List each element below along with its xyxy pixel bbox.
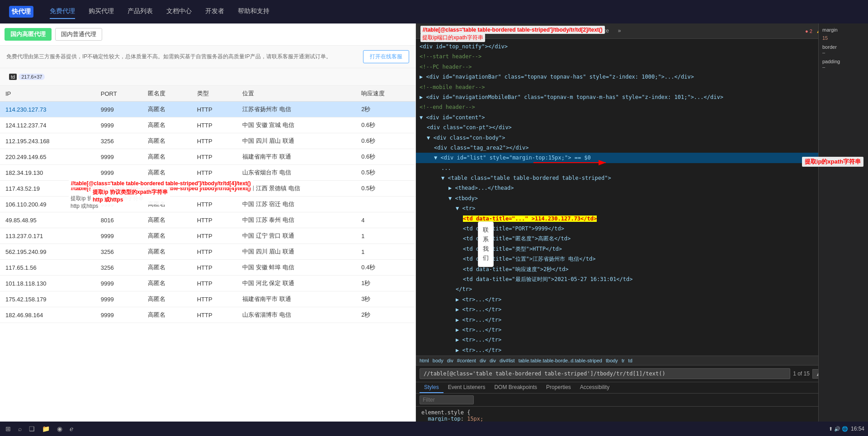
ie-icon[interactable]: ℯ xyxy=(68,424,75,433)
nav-link-products[interactable]: 产品列表 xyxy=(127,5,153,19)
size-badge: 217.6×37 xyxy=(19,74,45,80)
dom-line[interactable]: ... xyxy=(416,163,868,173)
table-cell: 0.6秒 xyxy=(356,133,415,149)
table-cell: 福建省南平市 联通 xyxy=(237,291,356,307)
breadcrumb-item[interactable]: div#list xyxy=(500,358,515,363)
logo-icon: 快代理 xyxy=(9,6,33,18)
styles-tab-props[interactable]: Properties xyxy=(542,382,576,393)
border-value: – xyxy=(822,50,864,55)
dom-line[interactable]: ▼ <div class="con-body"> xyxy=(416,133,868,143)
search-input[interactable] xyxy=(420,368,790,379)
table-cell: 3256 xyxy=(95,244,142,260)
inspect-icon[interactable]: ⬚ xyxy=(420,27,429,36)
proxy-tab-plain[interactable]: 国内普通代理 xyxy=(55,28,102,41)
dom-line[interactable]: ▶ <div id="navigationMobileBar" class="t… xyxy=(416,92,868,102)
device-icon[interactable]: 📱 xyxy=(432,27,443,36)
breadcrumb-item[interactable]: #content xyxy=(457,358,476,363)
breadcrumb-item[interactable]: td xyxy=(628,358,632,363)
styles-tab-styles[interactable]: Styles xyxy=(420,382,443,393)
tab-sources[interactable]: Sources xyxy=(511,26,542,37)
nav-link-free[interactable]: 免费代理 xyxy=(50,5,75,19)
dom-line[interactable]: ▶ <tr>...</tr> xyxy=(416,345,868,355)
ip-cell: 124.112.237.74 xyxy=(0,117,95,133)
dom-line[interactable]: ▶ <tr>...</tr> xyxy=(416,335,868,345)
dom-tree[interactable]: <div id="top_notify"></div><!--start hea… xyxy=(416,39,868,356)
table-cell: 0.5秒 xyxy=(356,181,415,197)
open-chat-button[interactable]: 打开在线客服 xyxy=(363,50,409,63)
tab-network[interactable]: Network xyxy=(542,26,572,37)
task-view-icon[interactable]: ❑ xyxy=(27,424,37,433)
breadcrumb-bar: html body div #content div div div#list … xyxy=(416,356,868,365)
dom-line[interactable]: ▶ <tr>...</tr> xyxy=(416,315,868,325)
dom-line[interactable]: ▼ <div id="content"> xyxy=(416,113,868,122)
breadcrumb-item[interactable]: table.table.table-borde..d.table-striped xyxy=(519,358,602,363)
table-row: 106.110.200.499999高匿名HTTP中国 江苏 宿迁 电信 xyxy=(0,197,415,212)
dom-line[interactable]: ▶ <div id="navigationBar" class="topnav … xyxy=(416,72,868,82)
nav-link-dev[interactable]: 开发者 xyxy=(205,5,224,19)
styles-tab-event[interactable]: Event Listeners xyxy=(443,382,490,393)
tab-elements[interactable]: Elements xyxy=(447,26,480,37)
dom-line[interactable]: ▶ <thead>...</thead> xyxy=(416,183,868,193)
ip-cell: 106.110.200.49 xyxy=(0,197,95,212)
table-cell: 3秒 xyxy=(356,291,415,307)
breadcrumb-item[interactable]: div xyxy=(480,358,486,363)
dom-line[interactable]: <!--start header--> xyxy=(416,52,868,61)
start-icon[interactable]: ⊞ xyxy=(4,424,13,433)
dom-line[interactable]: </tr> xyxy=(416,284,868,294)
ip-cell: 117.43.52.19 xyxy=(0,181,95,197)
col-type: 类型 xyxy=(192,86,237,102)
dom-line[interactable]: ▶ <tr>...</tr> xyxy=(416,295,868,305)
taskbar: ⊞ ⌕ ❑ 📁 ◉ ℯ ⬆ 🔊 🌐 16:54 xyxy=(0,422,868,436)
top-nav: 快代理 免费代理 购买代理 产品列表 文档中心 开发者 帮助和支持 xyxy=(0,0,868,23)
breadcrumb-item[interactable]: html xyxy=(420,358,429,363)
table-cell: 高匿名 xyxy=(142,165,192,181)
filter-input[interactable] xyxy=(420,395,474,404)
dom-line[interactable]: ▶ <tr>...</tr> xyxy=(416,325,868,335)
nav-link-help[interactable]: 帮助和支持 xyxy=(238,5,269,19)
ip-cell: 112.195.243.168 xyxy=(0,133,95,149)
dom-line[interactable]: ▼ <table class="table table-bordered tab… xyxy=(416,173,868,183)
table-cell: HTTP xyxy=(192,117,237,133)
breadcrumb-item[interactable]: div xyxy=(490,358,496,363)
col-location: 位置 xyxy=(237,86,356,102)
padding-value: – xyxy=(822,64,864,70)
dom-line[interactable]: <!--mobile header--> xyxy=(416,82,868,92)
dom-line[interactable]: <div class="con-pt"></div> xyxy=(416,122,868,132)
devtools-more[interactable]: » xyxy=(614,26,625,37)
nav-link-docs[interactable]: 文档中心 xyxy=(166,5,192,19)
breadcrumb-item[interactable]: body xyxy=(433,358,443,363)
dom-line[interactable]: <div id="top_notify"></div> xyxy=(416,42,868,52)
breadcrumb-item[interactable]: div xyxy=(447,358,453,363)
table-cell: 中国 四川 眉山 联通 xyxy=(237,133,356,149)
dom-line[interactable]: <!--end header--> xyxy=(416,102,868,112)
styles-tab-access[interactable]: Accessibility xyxy=(576,382,614,393)
tab-console[interactable]: Console xyxy=(480,26,511,37)
dom-line[interactable]: ▼ <div id="list" style="margin-top:15px;… xyxy=(416,153,868,163)
table-cell: 9999 xyxy=(95,149,142,165)
table-row: 182.34.19.1309999高匿名HTTP山东省烟台市 电信0.5秒 xyxy=(0,165,415,181)
table-cell: 高匿名 xyxy=(142,197,192,212)
dom-line[interactable]: <!--PC header--> xyxy=(416,62,868,72)
dom-line[interactable]: <td data-title="最后验证时间">2021-05-27 16:31… xyxy=(416,274,868,284)
devtools-tabs: Elements Console Sources Network Perform… xyxy=(447,26,625,37)
dom-line[interactable]: ▼ <tr> xyxy=(416,203,868,213)
search-bar: 1 of 15 ▲ ▼ Cancel xyxy=(416,365,868,382)
table-cell: HTTP xyxy=(192,181,237,197)
dom-line[interactable]: ▼ <tbody> xyxy=(416,193,868,203)
chrome-icon[interactable]: ◉ xyxy=(55,424,64,433)
table-cell: 9999 xyxy=(95,291,142,307)
nav-link-buy[interactable]: 购买代理 xyxy=(89,5,114,19)
breadcrumb-item[interactable]: tbody xyxy=(606,358,618,363)
styles-tab-dom[interactable]: DOM Breakpoints xyxy=(490,382,542,393)
dom-line[interactable]: ▶ <tr>...</tr> xyxy=(416,305,868,314)
table-cell: 山东省淄博市 电信 xyxy=(237,307,356,323)
breadcrumb-item[interactable]: tr xyxy=(622,358,625,363)
tab-performance[interactable]: Performance xyxy=(572,26,614,37)
chat-bubble[interactable]: 联系我们 xyxy=(478,221,494,267)
search-taskbar-icon[interactable]: ⌕ xyxy=(16,424,24,433)
folder-icon[interactable]: 📁 xyxy=(40,424,52,433)
ip-cell: 175.42.158.179 xyxy=(0,291,95,307)
dom-line[interactable]: <div class="tag_area2"></div> xyxy=(416,143,868,153)
ip-cell: 101.18.118.130 xyxy=(0,276,95,291)
proxy-tab-high[interactable]: 国内高匿代理 xyxy=(5,28,52,41)
